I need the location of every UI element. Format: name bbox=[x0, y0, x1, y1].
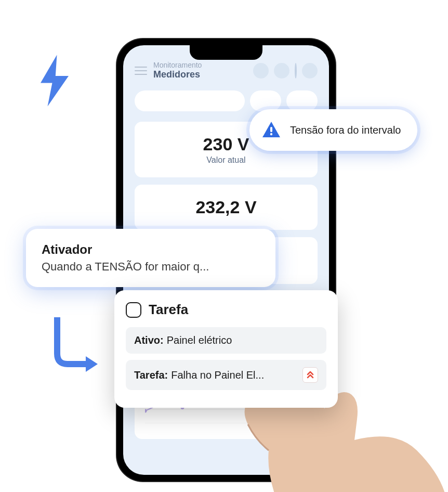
filter-pill-1[interactable] bbox=[135, 90, 245, 111]
alert-toast[interactable]: Tensão fora do intervalo bbox=[249, 109, 417, 151]
priority-high-icon bbox=[302, 367, 318, 383]
task-asset-label: Ativo: bbox=[134, 334, 164, 346]
header-action-1[interactable] bbox=[253, 63, 269, 79]
task-title: Tarefa bbox=[149, 302, 188, 318]
arrow-down-right-icon bbox=[42, 317, 104, 380]
header-action-2[interactable] bbox=[274, 63, 289, 79]
header-action-3[interactable] bbox=[295, 63, 297, 79]
task-name-value: Falha no Painel El... bbox=[171, 369, 298, 381]
phone-notch bbox=[190, 45, 262, 60]
task-name-row[interactable]: Tarefa: Falha no Painel El... bbox=[126, 360, 326, 390]
trigger-condition: Quando a TENSÃO for maior q... bbox=[42, 260, 260, 274]
alert-triangle-icon bbox=[261, 120, 282, 140]
header-action-4[interactable] bbox=[302, 63, 318, 79]
task-checkbox[interactable] bbox=[126, 302, 141, 318]
metric-card-secondary[interactable]: 232,2 V bbox=[135, 185, 318, 230]
svg-rect-15 bbox=[270, 127, 272, 132]
trigger-title: Ativador bbox=[42, 242, 260, 257]
alert-message: Tensão fora do intervalo bbox=[290, 124, 401, 136]
task-asset-value: Painel elétrico bbox=[167, 334, 318, 346]
task-name-label: Tarefa: bbox=[134, 369, 168, 381]
header-actions bbox=[253, 63, 318, 79]
menu-icon[interactable] bbox=[135, 64, 147, 77]
svg-point-16 bbox=[270, 133, 272, 135]
header-supertitle: Monitoramento bbox=[153, 61, 247, 69]
metric-secondary-value: 232,2 V bbox=[147, 197, 305, 217]
metric-primary-label: Valor atual bbox=[147, 156, 305, 165]
filter-pill-2[interactable] bbox=[250, 90, 281, 111]
lightning-bolt-icon bbox=[31, 52, 78, 109]
header-title: Medidores bbox=[153, 69, 247, 80]
filter-pill-3[interactable] bbox=[286, 90, 318, 111]
task-asset-row[interactable]: Ativo: Painel elétrico bbox=[126, 327, 326, 354]
trigger-card[interactable]: Ativador Quando a TENSÃO for maior q... bbox=[26, 229, 275, 287]
task-card[interactable]: Tarefa Ativo: Painel elétrico Tarefa: Fa… bbox=[114, 290, 338, 408]
